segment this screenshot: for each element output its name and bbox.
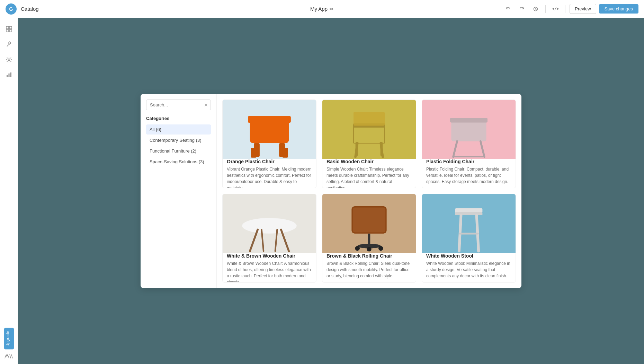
product-description: Brown & Black Rolling Chair: Sleek dual-… (327, 260, 412, 279)
svg-rect-8 (10, 72, 11, 77)
category-item-space-saving[interactable]: Space-Saving Solutions (3) (146, 157, 211, 167)
product-name: Plastic Folding Chair (426, 159, 511, 164)
svg-rect-4 (9, 29, 12, 32)
products-grid: Orange Plastic Chair Vibrant Orange Plas… (217, 94, 521, 288)
search-input[interactable] (146, 99, 211, 110)
svg-rect-44 (422, 194, 516, 253)
svg-rect-19 (354, 112, 385, 125)
product-image (322, 194, 416, 250)
sidebar-icon-analytics[interactable] (2, 68, 16, 82)
undo-button[interactable] (502, 3, 513, 15)
product-name: White & Brown Wooden Chair (227, 253, 312, 259)
left-sidebar: Upgrade (0, 18, 18, 364)
svg-point-42 (367, 247, 372, 252)
svg-rect-15 (282, 148, 288, 158)
svg-rect-11 (248, 116, 291, 123)
product-name: Orange Plastic Chair (227, 159, 312, 164)
product-description: White Wooden Stool: Minimalistic eleganc… (426, 260, 511, 279)
category-item-contemporary[interactable]: Contemporary Seating (3) (146, 135, 211, 145)
product-card[interactable]: Plastic Folding Chair Plastic Folding Ch… (422, 99, 516, 188)
category-item-functional[interactable]: Functional Furniture (2) (146, 146, 211, 156)
preview-button[interactable]: Preview (570, 4, 596, 14)
product-image (422, 194, 516, 250)
product-name: Brown & Black Rolling Chair (327, 253, 412, 259)
product-info: Orange Plastic Chair Vibrant Orange Plas… (223, 155, 316, 188)
product-info: White Wooden Stool White Wooden Stool: M… (422, 250, 516, 283)
svg-rect-14 (251, 148, 257, 158)
canvas-area: ✕ Categories All (6) Contemporary Seatin… (18, 18, 644, 364)
categories-title: Categories (146, 116, 211, 121)
edit-title-icon[interactable]: ✏ (330, 6, 334, 12)
product-card[interactable]: Basic Wooden Chair Simple Wooden Chair: … (322, 99, 416, 188)
product-info: White & Brown Wooden Chair White & Brown… (223, 250, 316, 283)
wix-logo (4, 354, 14, 360)
app-logo: G (6, 3, 17, 15)
svg-rect-1 (6, 26, 9, 29)
svg-rect-46 (455, 212, 483, 215)
history-button[interactable] (530, 3, 541, 15)
product-image (223, 194, 316, 250)
product-description: White & Brown Wooden Chair: A harmonious… (227, 260, 312, 283)
upgrade-button[interactable]: Upgrade (4, 328, 14, 349)
topbar: G Catalog My App ✏ </> Preview Save chan… (0, 0, 644, 18)
save-button[interactable]: Save changes (599, 4, 638, 14)
svg-rect-7 (8, 73, 9, 77)
product-description: Plastic Folding Chair: Compact, durable,… (426, 166, 511, 185)
product-card[interactable]: Brown & Black Rolling Chair Brown & Blac… (322, 194, 416, 283)
product-info: Basic Wooden Chair Simple Wooden Chair: … (322, 155, 416, 188)
product-description: Vibrant Orange Plastic Chair: Melding mo… (227, 166, 312, 188)
product-image (422, 100, 516, 155)
product-name: Basic Wooden Chair (327, 159, 412, 164)
filter-panel: ✕ Categories All (6) Contemporary Seatin… (141, 94, 217, 288)
sidebar-icon-tools[interactable] (2, 37, 16, 51)
app-widget: ✕ Categories All (6) Contemporary Seatin… (141, 94, 521, 288)
svg-point-31 (242, 218, 297, 234)
svg-point-5 (8, 59, 10, 61)
product-description: Simple Wooden Chair: Timeless elegance m… (327, 166, 412, 188)
product-name: White Wooden Stool (426, 253, 511, 259)
main-area: Upgrade ✕ Categories All (6) Contemporar… (0, 18, 644, 364)
svg-point-41 (355, 246, 360, 251)
app-title-area: My App ✏ (310, 6, 334, 12)
product-card[interactable]: Orange Plastic Chair Vibrant Orange Plas… (222, 99, 316, 188)
svg-rect-26 (450, 118, 488, 123)
search-clear-icon[interactable]: ✕ (204, 102, 208, 108)
product-card[interactable]: White & Brown Wooden Chair White & Brown… (222, 194, 316, 283)
code-button[interactable]: </> (550, 3, 561, 15)
svg-point-43 (378, 246, 383, 251)
redo-button[interactable] (516, 3, 527, 15)
toolbar-divider2 (565, 5, 565, 13)
search-wrapper: ✕ (146, 99, 211, 110)
app-title-text: My App (310, 6, 328, 12)
svg-rect-38 (353, 207, 386, 232)
product-card[interactable]: White Wooden Stool White Wooden Stool: M… (422, 194, 516, 283)
product-info: Plastic Folding Chair Plastic Folding Ch… (422, 155, 516, 188)
svg-rect-25 (451, 120, 486, 141)
svg-rect-2 (9, 26, 12, 29)
svg-rect-6 (7, 75, 8, 77)
svg-rect-3 (6, 29, 9, 32)
toolbar-divider (545, 5, 546, 13)
category-item-all[interactable]: All (6) (146, 124, 211, 135)
product-image (223, 100, 316, 155)
product-image (322, 100, 416, 155)
topbar-actions: </> Preview Save changes (502, 3, 638, 15)
sidebar-icon-settings[interactable] (2, 53, 16, 67)
svg-rect-16 (322, 99, 416, 159)
catalog-label: Catalog (21, 6, 39, 12)
sidebar-icon-grid[interactable] (2, 22, 16, 36)
product-info: Brown & Black Rolling Chair Brown & Blac… (322, 250, 416, 283)
